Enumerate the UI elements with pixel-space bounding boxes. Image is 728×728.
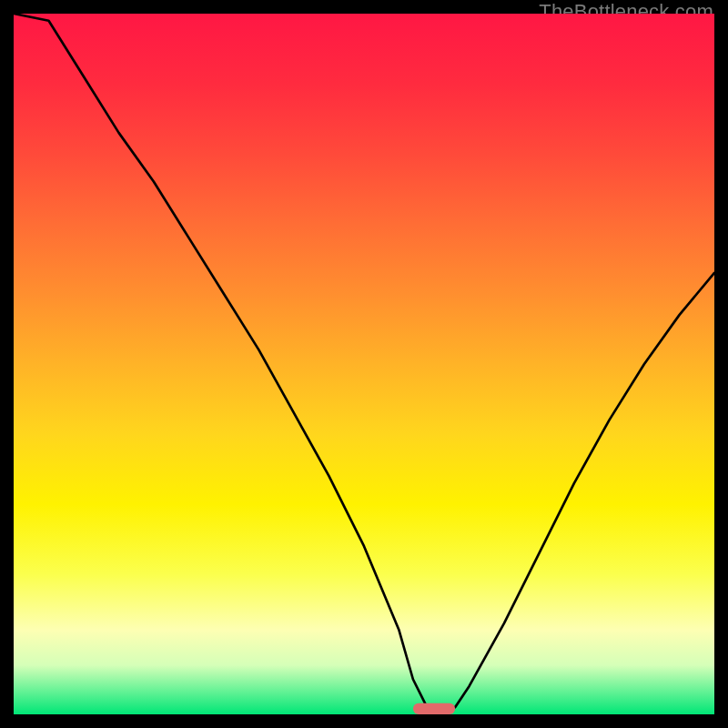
plot-area (14, 14, 714, 714)
chart-frame: TheBottleneck.com (0, 0, 728, 728)
chart-svg (14, 14, 714, 714)
bottleneck-curve (14, 14, 714, 714)
optimal-point-marker (413, 703, 455, 714)
